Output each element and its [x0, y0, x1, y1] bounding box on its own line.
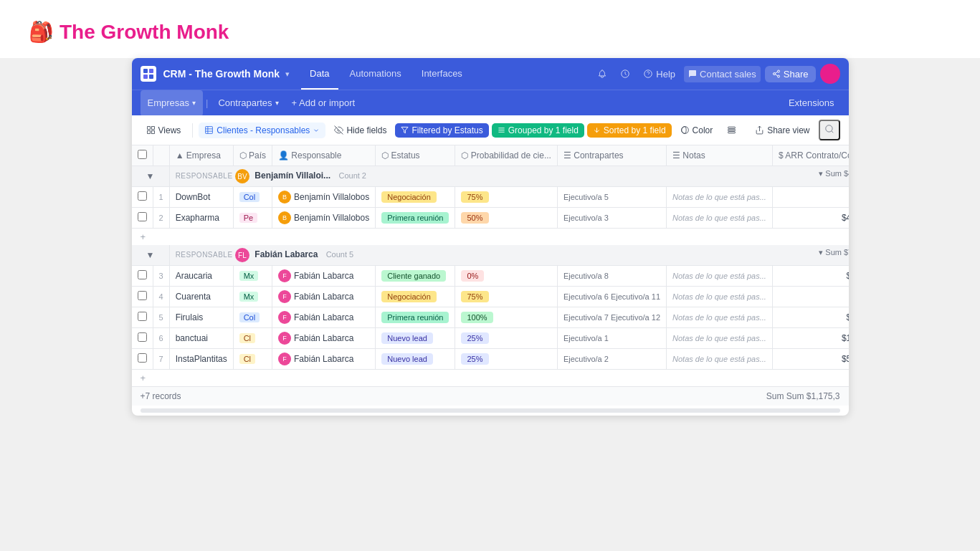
estatus-cell[interactable]: Cliente ganado: [376, 266, 455, 287]
add-import-button[interactable]: + Add or import: [286, 97, 361, 108]
tab-data[interactable]: Data: [301, 58, 338, 90]
estatus-cell[interactable]: Nuevo lead: [376, 328, 455, 349]
table-row[interactable]: 3 Araucaria Mx F Fabián Labarca Cliente …: [132, 266, 849, 287]
help-button[interactable]: Help: [639, 66, 680, 82]
add-row-cell[interactable]: +: [132, 229, 849, 246]
row-checkbox[interactable]: [138, 212, 147, 221]
contrapartes-cell[interactable]: Ejecutivo/a 5: [557, 187, 666, 208]
arr-cell[interactable]: $100,0: [772, 328, 848, 349]
pais-cell[interactable]: Mx: [233, 287, 272, 307]
estatus-cell[interactable]: Nuevo lead: [376, 349, 455, 370]
row-checkbox[interactable]: [138, 332, 147, 342]
group-expand-icon[interactable]: ▼: [146, 171, 155, 181]
history-button[interactable]: [616, 66, 634, 82]
table-row[interactable]: 4 Cuarenta Mx F Fabián Labarca Negociaci…: [132, 287, 849, 307]
row-checkbox-cell[interactable]: [132, 349, 153, 370]
group-expand-cell[interactable]: ▼: [132, 166, 170, 187]
row-checkbox-cell[interactable]: [132, 287, 153, 307]
table-row[interactable]: 1 DownBot Col B Benjamín Villalobos Nego…: [132, 187, 849, 208]
tab-automations[interactable]: Automations: [341, 58, 410, 90]
row-checkbox-cell[interactable]: [132, 328, 153, 349]
contrapartes-cell[interactable]: Ejecutivo/a 2: [557, 349, 666, 370]
col-empresa[interactable]: ▲ Empresa: [169, 145, 233, 166]
add-row[interactable]: +: [132, 370, 849, 387]
sorted-badge[interactable]: Sorted by 1 field: [587, 123, 672, 138]
responsable-cell[interactable]: F Fabián Labarca: [272, 328, 376, 349]
arr-cell[interactable]: $500,0: [772, 349, 848, 370]
pais-cell[interactable]: Mx: [233, 266, 272, 287]
row-checkbox[interactable]: [138, 270, 147, 279]
col-notas[interactable]: ☰ Notas: [667, 145, 773, 166]
select-all-checkbox[interactable]: [138, 150, 147, 159]
contrapartes-cell[interactable]: Ejecutivo/a 1: [557, 328, 666, 349]
empresa-cell[interactable]: Firulais: [169, 307, 233, 328]
contrapartes-cell[interactable]: Ejecutivo/a 7 Ejecutivo/a 12: [557, 307, 666, 328]
probabilidad-cell[interactable]: 50%: [455, 208, 557, 229]
row-checkbox-cell[interactable]: [132, 266, 153, 287]
share-view-button[interactable]: Share view: [749, 123, 815, 138]
estatus-cell[interactable]: Negociación: [376, 287, 455, 307]
contrapartes-cell[interactable]: Ejecutivo/a 8: [557, 266, 666, 287]
probabilidad-cell[interactable]: 25%: [455, 349, 557, 370]
notas-cell[interactable]: Notas de lo que está pas...: [667, 307, 773, 328]
responsable-cell[interactable]: F Fabián Labarca: [272, 266, 376, 287]
contrapartes-cell[interactable]: Ejecutivo/a 6 Ejecutivo/a 11: [557, 287, 666, 307]
row-checkbox[interactable]: [138, 191, 147, 201]
tab-interfaces[interactable]: Interfaces: [413, 58, 471, 90]
notas-cell[interactable]: Notas de lo que está pas...: [667, 266, 773, 287]
responsable-cell[interactable]: B Benjamín Villalobos: [272, 208, 376, 229]
responsable-cell[interactable]: B Benjamín Villalobos: [272, 187, 376, 208]
hide-fields-button[interactable]: Hide fields: [328, 123, 392, 138]
group-expand-cell[interactable]: ▼: [132, 245, 170, 266]
row-height-button[interactable]: [721, 123, 742, 138]
table-row[interactable]: 5 Firulais Col F Fabián Labarca Primera …: [132, 307, 849, 328]
app-title-chevron[interactable]: ▾: [285, 70, 290, 79]
table-view-button[interactable]: Clientes - Responsables: [199, 123, 325, 138]
row-checkbox-cell[interactable]: [132, 307, 153, 328]
arr-cell[interactable]: $3,: [772, 187, 848, 208]
empresa-cell[interactable]: InstaPlantitas: [169, 349, 233, 370]
col-responsable[interactable]: 👤 Responsable: [272, 145, 376, 166]
col-contrapartes[interactable]: ☰ Contrapartes: [557, 145, 666, 166]
col-arr[interactable]: $ ARR Contrato/Cotiz...: [772, 145, 848, 166]
col-probabilidad[interactable]: ⬡ Probabilidad de cie...: [455, 145, 557, 166]
probabilidad-cell[interactable]: 100%: [455, 307, 557, 328]
row-checkbox-cell[interactable]: [132, 208, 153, 229]
contrapartes-cell[interactable]: Ejecutivo/a 3: [557, 208, 666, 229]
estatus-cell[interactable]: Negociación: [376, 187, 455, 208]
row-checkbox[interactable]: [138, 312, 147, 321]
notas-cell[interactable]: Notas de lo que está pas...: [667, 328, 773, 349]
pais-cell[interactable]: Col: [233, 187, 272, 208]
scrollbar[interactable]: [141, 408, 840, 413]
row-checkbox[interactable]: [138, 291, 147, 300]
probabilidad-cell[interactable]: 0%: [455, 266, 557, 287]
arr-cell[interactable]: $3,0: [772, 287, 848, 307]
extensions-button[interactable]: Extensions: [783, 97, 840, 108]
row-checkbox[interactable]: [138, 353, 147, 363]
grouped-badge[interactable]: Grouped by 1 field: [492, 123, 584, 138]
responsable-cell[interactable]: F Fabián Labarca: [272, 349, 376, 370]
pais-cell[interactable]: Col: [233, 307, 272, 328]
arr-cell[interactable]: $90,0: [772, 266, 848, 287]
pais-cell[interactable]: Pe: [233, 208, 272, 229]
col-pais[interactable]: ⬡ País: [233, 145, 272, 166]
bell-button[interactable]: [593, 66, 612, 82]
empresa-cell[interactable]: Cuarenta: [169, 287, 233, 307]
views-button[interactable]: Views: [141, 123, 187, 138]
empresa-cell[interactable]: Araucaria: [169, 266, 233, 287]
empresa-cell[interactable]: Exapharma: [169, 208, 233, 229]
notas-cell[interactable]: Notas de lo que está pas...: [667, 208, 773, 229]
table-row[interactable]: 2 Exapharma Pe B Benjamín Villalobos Pri…: [132, 208, 849, 229]
probabilidad-cell[interactable]: 75%: [455, 187, 557, 208]
add-row-cell[interactable]: +: [132, 370, 849, 387]
contact-sales-button[interactable]: Contact sales: [684, 66, 761, 82]
empresa-cell[interactable]: DownBot: [169, 187, 233, 208]
arr-cell[interactable]: $32,0: [772, 307, 848, 328]
empresa-cell[interactable]: banctuai: [169, 328, 233, 349]
color-button[interactable]: Color: [675, 123, 719, 138]
responsable-cell[interactable]: F Fabián Labarca: [272, 307, 376, 328]
table-row[interactable]: 6 banctuai Cl F Fabián Labarca Nuevo lea…: [132, 328, 849, 349]
notas-cell[interactable]: Notas de lo que está pas...: [667, 187, 773, 208]
probabilidad-cell[interactable]: 25%: [455, 328, 557, 349]
add-record-button[interactable]: +: [141, 391, 146, 401]
